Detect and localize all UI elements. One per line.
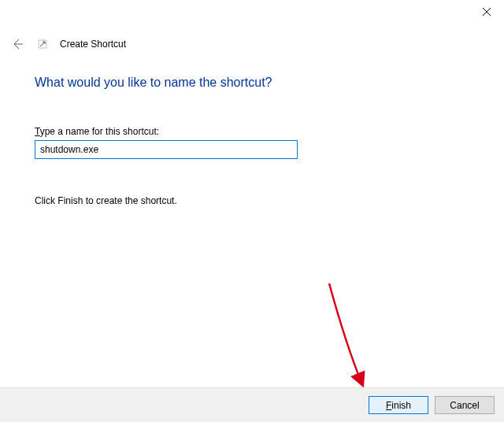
close-icon — [483, 8, 491, 16]
close-button[interactable] — [469, 0, 504, 24]
wizard-header: Create Shortcut — [9, 35, 495, 54]
annotation-arrow — [0, 0, 504, 422]
back-button[interactable] — [9, 36, 25, 52]
wizard-title: Create Shortcut — [60, 39, 126, 50]
wizard-content: What would you like to name the shortcut… — [35, 76, 469, 206]
name-field-label: Type a name for this shortcut: — [35, 126, 469, 137]
arrow-left-icon — [11, 38, 24, 50]
cancel-button[interactable]: Cancel — [435, 396, 495, 414]
titlebar — [469, 0, 504, 24]
finish-button[interactable]: Finish — [369, 396, 428, 414]
instruction-text: Click Finish to create the shortcut. — [35, 195, 469, 206]
wizard-footer: Finish Cancel — [0, 387, 504, 422]
shortcut-name-input[interactable] — [35, 140, 298, 159]
page-heading: What would you like to name the shortcut… — [35, 76, 469, 90]
shortcut-wizard-icon — [36, 38, 49, 50]
